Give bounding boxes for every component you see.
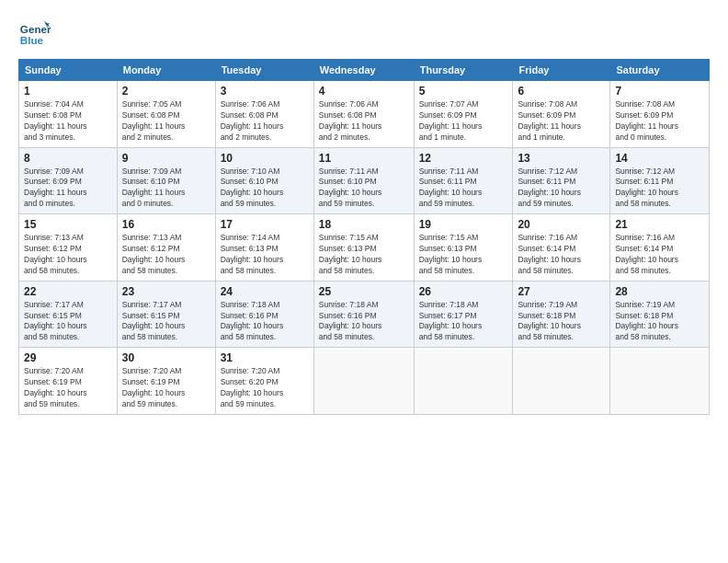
calendar-cell: 1Sunrise: 7:04 AM Sunset: 6:08 PM Daylig… xyxy=(19,81,118,148)
calendar-cell: 30Sunrise: 7:20 AM Sunset: 6:19 PM Dayli… xyxy=(117,348,215,415)
calendar-cell: 11Sunrise: 7:11 AM Sunset: 6:10 PM Dayli… xyxy=(313,147,414,214)
calendar-cell: 18Sunrise: 7:15 AM Sunset: 6:13 PM Dayli… xyxy=(313,214,414,282)
calendar-cell: 13Sunrise: 7:12 AM Sunset: 6:11 PM Dayli… xyxy=(513,147,610,214)
calendar-cell: 14Sunrise: 7:12 AM Sunset: 6:11 PM Dayli… xyxy=(610,147,710,214)
day-number: 22 xyxy=(24,285,112,298)
calendar-cell: 17Sunrise: 7:14 AM Sunset: 6:13 PM Dayli… xyxy=(215,214,313,282)
calendar-cell: 15Sunrise: 7:13 AM Sunset: 6:12 PM Dayli… xyxy=(19,214,118,282)
calendar-cell xyxy=(414,348,513,415)
calendar-header-tuesday: Tuesday xyxy=(215,60,313,81)
day-number: 19 xyxy=(419,218,508,231)
calendar-cell: 2Sunrise: 7:05 AM Sunset: 6:08 PM Daylig… xyxy=(117,81,215,148)
day-info: Sunrise: 7:10 AM Sunset: 6:10 PM Dayligh… xyxy=(221,167,309,211)
day-number: 5 xyxy=(419,85,508,98)
day-info: Sunrise: 7:20 AM Sunset: 6:20 PM Dayligh… xyxy=(221,366,309,410)
day-number: 10 xyxy=(221,152,309,165)
day-info: Sunrise: 7:17 AM Sunset: 6:15 PM Dayligh… xyxy=(24,300,112,344)
calendar-header-sunday: Sunday xyxy=(19,60,118,81)
svg-text:Blue: Blue xyxy=(20,34,44,46)
day-number: 12 xyxy=(419,152,508,165)
calendar-header-monday: Monday xyxy=(117,60,215,81)
day-info: Sunrise: 7:07 AM Sunset: 6:09 PM Dayligh… xyxy=(419,99,508,144)
calendar-cell: 27Sunrise: 7:19 AM Sunset: 6:18 PM Dayli… xyxy=(513,281,610,348)
day-number: 14 xyxy=(615,152,704,165)
logo: General Blue xyxy=(18,17,57,50)
day-info: Sunrise: 7:15 AM Sunset: 6:13 PM Dayligh… xyxy=(419,233,508,277)
day-info: Sunrise: 7:19 AM Sunset: 6:18 PM Dayligh… xyxy=(518,300,605,344)
day-number: 11 xyxy=(319,152,409,165)
day-info: Sunrise: 7:08 AM Sunset: 6:09 PM Dayligh… xyxy=(518,99,605,144)
day-info: Sunrise: 7:04 AM Sunset: 6:08 PM Dayligh… xyxy=(24,99,112,144)
calendar-week-2: 8Sunrise: 7:09 AM Sunset: 6:09 PM Daylig… xyxy=(19,147,710,214)
calendar-cell: 29Sunrise: 7:20 AM Sunset: 6:19 PM Dayli… xyxy=(19,348,118,415)
day-number: 30 xyxy=(122,351,210,364)
calendar-cell: 24Sunrise: 7:18 AM Sunset: 6:16 PM Dayli… xyxy=(215,281,313,348)
day-info: Sunrise: 7:12 AM Sunset: 6:11 PM Dayligh… xyxy=(518,167,605,211)
day-info: Sunrise: 7:09 AM Sunset: 6:09 PM Dayligh… xyxy=(24,167,112,211)
day-info: Sunrise: 7:19 AM Sunset: 6:18 PM Dayligh… xyxy=(615,300,704,344)
day-number: 27 xyxy=(518,285,605,298)
day-info: Sunrise: 7:16 AM Sunset: 6:14 PM Dayligh… xyxy=(518,233,605,277)
day-number: 17 xyxy=(221,218,309,231)
calendar-week-5: 29Sunrise: 7:20 AM Sunset: 6:19 PM Dayli… xyxy=(19,348,710,415)
day-info: Sunrise: 7:17 AM Sunset: 6:15 PM Dayligh… xyxy=(122,300,210,344)
day-info: Sunrise: 7:13 AM Sunset: 6:12 PM Dayligh… xyxy=(122,233,210,277)
day-number: 9 xyxy=(122,152,210,165)
calendar-cell: 5Sunrise: 7:07 AM Sunset: 6:09 PM Daylig… xyxy=(414,81,513,148)
calendar-cell xyxy=(610,348,710,415)
day-number: 13 xyxy=(518,152,605,165)
calendar-header-wednesday: Wednesday xyxy=(313,60,414,81)
day-info: Sunrise: 7:11 AM Sunset: 6:10 PM Dayligh… xyxy=(319,167,409,211)
day-number: 16 xyxy=(122,218,210,231)
calendar: SundayMondayTuesdayWednesdayThursdayFrid… xyxy=(18,59,710,415)
calendar-cell: 31Sunrise: 7:20 AM Sunset: 6:20 PM Dayli… xyxy=(215,348,313,415)
calendar-cell xyxy=(513,348,610,415)
day-info: Sunrise: 7:20 AM Sunset: 6:19 PM Dayligh… xyxy=(122,366,210,410)
day-info: Sunrise: 7:16 AM Sunset: 6:14 PM Dayligh… xyxy=(615,233,704,277)
calendar-cell: 3Sunrise: 7:06 AM Sunset: 6:08 PM Daylig… xyxy=(215,81,313,148)
calendar-cell: 9Sunrise: 7:09 AM Sunset: 6:10 PM Daylig… xyxy=(117,147,215,214)
calendar-cell: 22Sunrise: 7:17 AM Sunset: 6:15 PM Dayli… xyxy=(19,281,118,348)
day-number: 24 xyxy=(221,285,309,298)
calendar-cell: 7Sunrise: 7:08 AM Sunset: 6:09 PM Daylig… xyxy=(610,81,710,148)
day-number: 18 xyxy=(319,218,409,231)
day-number: 28 xyxy=(615,285,704,298)
calendar-cell: 26Sunrise: 7:18 AM Sunset: 6:17 PM Dayli… xyxy=(414,281,513,348)
day-number: 31 xyxy=(221,351,309,364)
day-number: 3 xyxy=(221,85,309,98)
calendar-cell xyxy=(313,348,414,415)
day-info: Sunrise: 7:14 AM Sunset: 6:13 PM Dayligh… xyxy=(221,233,309,277)
day-info: Sunrise: 7:06 AM Sunset: 6:08 PM Dayligh… xyxy=(319,99,409,144)
calendar-cell: 23Sunrise: 7:17 AM Sunset: 6:15 PM Dayli… xyxy=(117,281,215,348)
day-number: 21 xyxy=(615,218,704,231)
day-info: Sunrise: 7:09 AM Sunset: 6:10 PM Dayligh… xyxy=(122,167,210,211)
day-info: Sunrise: 7:18 AM Sunset: 6:16 PM Dayligh… xyxy=(319,300,409,344)
calendar-cell: 10Sunrise: 7:10 AM Sunset: 6:10 PM Dayli… xyxy=(215,147,313,214)
day-number: 1 xyxy=(24,85,112,98)
day-number: 4 xyxy=(319,85,409,98)
day-info: Sunrise: 7:18 AM Sunset: 6:17 PM Dayligh… xyxy=(419,300,508,344)
day-number: 15 xyxy=(24,218,112,231)
calendar-header-thursday: Thursday xyxy=(414,60,513,81)
day-number: 6 xyxy=(518,85,605,98)
day-info: Sunrise: 7:11 AM Sunset: 6:11 PM Dayligh… xyxy=(419,167,508,211)
calendar-week-1: 1Sunrise: 7:04 AM Sunset: 6:08 PM Daylig… xyxy=(19,81,710,148)
calendar-header-saturday: Saturday xyxy=(610,60,710,81)
day-info: Sunrise: 7:18 AM Sunset: 6:16 PM Dayligh… xyxy=(221,300,309,344)
calendar-week-4: 22Sunrise: 7:17 AM Sunset: 6:15 PM Dayli… xyxy=(19,281,710,348)
day-info: Sunrise: 7:05 AM Sunset: 6:08 PM Dayligh… xyxy=(122,99,210,144)
calendar-cell: 21Sunrise: 7:16 AM Sunset: 6:14 PM Dayli… xyxy=(610,214,710,282)
day-number: 23 xyxy=(122,285,210,298)
day-info: Sunrise: 7:08 AM Sunset: 6:09 PM Dayligh… xyxy=(615,99,704,144)
day-number: 20 xyxy=(518,218,605,231)
calendar-header-row: SundayMondayTuesdayWednesdayThursdayFrid… xyxy=(19,60,710,81)
calendar-cell: 8Sunrise: 7:09 AM Sunset: 6:09 PM Daylig… xyxy=(19,147,118,214)
calendar-cell: 19Sunrise: 7:15 AM Sunset: 6:13 PM Dayli… xyxy=(414,214,513,282)
page: General Blue SundayMondayTuesdayWednesda… xyxy=(0,0,728,563)
day-info: Sunrise: 7:15 AM Sunset: 6:13 PM Dayligh… xyxy=(319,233,409,277)
day-number: 25 xyxy=(319,285,409,298)
day-info: Sunrise: 7:20 AM Sunset: 6:19 PM Dayligh… xyxy=(24,366,112,410)
calendar-header-friday: Friday xyxy=(513,60,610,81)
day-number: 29 xyxy=(24,351,112,364)
logo-icon: General Blue xyxy=(18,17,51,50)
